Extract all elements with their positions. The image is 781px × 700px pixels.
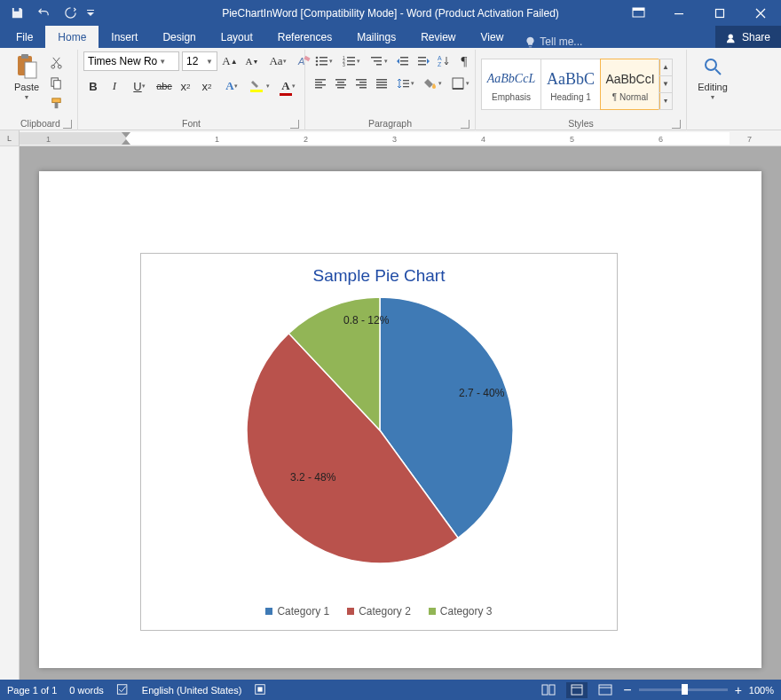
style-normal[interactable]: AaBbCcI ¶ Normal [600,59,660,110]
style-heading1[interactable]: AaBbC Heading 1 [540,59,601,110]
tab-design[interactable]: Design [150,26,208,48]
status-proofing-icon[interactable] [116,683,130,697]
ribbon-options-icon[interactable] [618,0,659,26]
font-color-button[interactable]: A▾ [275,76,302,96]
svg-rect-59 [453,78,463,89]
close-button[interactable] [740,0,781,26]
decrease-indent-button[interactable] [393,51,413,71]
shrink-font-button[interactable]: A▼ [242,51,262,71]
tab-mailings[interactable]: Mailings [344,26,408,48]
shading-button[interactable]: ▾ [420,74,446,93]
group-font: Times New Ro▼ 12▼ A▲ A▼ Aa▾ A B I U▾ abc… [78,50,305,130]
document-scroll-area[interactable]: Sample Pie Chart 2.7 - 40% 3.2 - 48% 0.8… [20,146,781,680]
share-button[interactable]: Share [715,26,781,48]
view-read-mode[interactable] [538,682,559,698]
format-painter-button[interactable] [47,94,65,112]
bullets-button[interactable]: ▾ [311,51,337,71]
svg-rect-24 [347,57,355,59]
numbering-button[interactable]: 123▾ [338,51,365,71]
cut-button[interactable] [47,53,65,71]
tab-home[interactable]: Home [45,26,99,48]
increase-indent-button[interactable] [414,51,433,71]
font-dialog-launcher[interactable] [290,120,299,129]
zoom-level[interactable]: 100% [749,685,774,696]
font-name-combo[interactable]: Times New Ro▼ [83,51,179,71]
text-effects-button[interactable]: A▾ [218,76,245,96]
status-words[interactable]: 0 words [69,685,104,696]
document-page[interactable]: Sample Pie Chart 2.7 - 40% 3.2 - 48% 0.8… [39,171,761,668]
paste-button[interactable]: Paste ▼ [9,51,44,114]
styles-scroll-up[interactable]: ▲ [659,59,672,76]
styles-gallery-scroll[interactable]: ▲ ▼ ▾ [659,59,673,110]
clipboard-dialog-launcher[interactable] [63,120,72,129]
superscript-button[interactable]: x2 [197,76,217,96]
tab-view[interactable]: View [469,26,517,48]
bulb-icon [525,36,536,48]
styles-expand[interactable]: ▾ [659,93,672,109]
tab-insert[interactable]: Insert [99,26,150,48]
status-language[interactable]: English (United States) [142,685,242,696]
maximize-button[interactable] [699,0,740,26]
multilevel-icon [370,55,384,67]
pie-chart-object[interactable]: Sample Pie Chart 2.7 - 40% 3.2 - 48% 0.8… [140,253,618,631]
style-emphasis[interactable]: AaBbCcL Emphasis [481,59,541,110]
font-size-combo[interactable]: 12▼ [182,51,217,71]
tab-review[interactable]: Review [408,26,468,48]
qat-customize-icon[interactable] [85,3,96,24]
view-web-layout[interactable] [595,682,616,698]
grow-font-button[interactable]: A▲ [220,51,240,71]
copy-button[interactable] [47,74,65,91]
legend-label: Category 1 [277,605,329,617]
align-center-button[interactable] [331,74,351,93]
subscript-button[interactable]: x2 [176,76,195,96]
svg-rect-34 [400,64,408,66]
brush-icon [50,97,63,110]
vertical-ruler[interactable] [0,146,20,680]
styles-scroll-down[interactable]: ▼ [659,76,672,93]
underline-button[interactable]: U▾ [126,76,153,96]
svg-rect-45 [337,82,344,83]
svg-rect-12 [51,98,59,102]
svg-rect-40 [315,79,326,81]
svg-rect-29 [371,57,382,59]
save-icon[interactable] [5,3,28,24]
title-bar: PieChartInWord [Compatibility Mode] - Wo… [0,0,781,26]
zoom-slider[interactable] [639,688,728,691]
svg-rect-80 [599,685,611,695]
change-case-button[interactable]: Aa▾ [264,51,291,71]
horizontal-ruler[interactable]: L 112 345 67 [0,130,781,146]
zoom-in-button[interactable]: + [735,683,742,697]
view-print-layout[interactable] [566,682,588,698]
justify-button[interactable] [372,74,391,93]
svg-rect-10 [51,77,58,85]
zoom-out-button[interactable]: − [623,686,631,695]
sort-button[interactable]: AZ [434,51,454,71]
borders-button[interactable]: ▾ [447,74,474,93]
multilevel-list-button[interactable]: ▾ [366,51,392,71]
outdent-icon [397,55,409,67]
paragraph-dialog-launcher[interactable] [461,120,469,129]
chart-legend: Category 1 Category 2 Category 3 [141,605,617,617]
italic-button[interactable]: I [105,76,124,96]
line-spacing-button[interactable]: ▾ [392,74,419,93]
tab-references[interactable]: References [265,26,344,48]
status-macro-icon[interactable] [254,683,266,697]
status-page[interactable]: Page 1 of 1 [7,685,57,696]
minimize-button[interactable] [659,0,699,26]
editing-button[interactable]: Editing ▼ [692,51,733,114]
show-marks-button[interactable]: ¶ [454,51,474,71]
strikethrough-button[interactable]: abc [154,76,174,96]
svg-rect-77 [549,685,555,695]
align-left-button[interactable] [311,74,330,93]
undo-icon[interactable] [32,3,55,24]
styles-dialog-launcher[interactable] [672,120,681,129]
svg-rect-78 [572,685,582,695]
tab-layout[interactable]: Layout [209,26,265,48]
align-right-button[interactable] [351,74,371,93]
tab-file[interactable]: File [4,26,45,48]
redo-icon[interactable] [59,3,82,24]
bold-button[interactable]: B [83,76,103,96]
tell-me-search[interactable]: Tell me... [525,35,582,48]
highlight-button[interactable]: ▾ [247,76,273,96]
align-right-icon [355,77,367,90]
